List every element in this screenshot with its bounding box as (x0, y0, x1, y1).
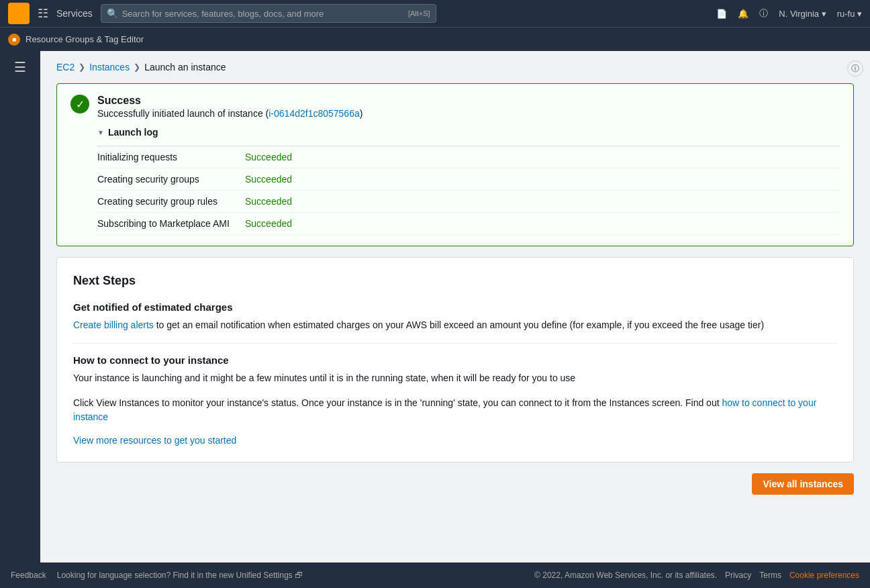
log-row-2: Creating security groups Succeeded (97, 168, 840, 191)
next-steps-card: Next Steps Get notified of estimated cha… (56, 257, 854, 462)
search-input[interactable] (122, 9, 404, 19)
success-text: Success Successfully initiated launch of… (97, 95, 362, 119)
billing-section-body: Create billing alerts to get an email no… (73, 318, 837, 332)
success-check-icon: ✓ (70, 95, 89, 113)
nav-right: 📄 🔔 ⓘ N. Virginia ▾ ru-fu ▾ (716, 7, 862, 19)
success-subtitle-post: ) (360, 108, 363, 119)
next-steps-title: Next Steps (73, 274, 837, 288)
bell-icon[interactable]: 🔔 (738, 9, 748, 19)
breadcrumb-instances[interactable]: Instances (89, 62, 130, 72)
grid-icon[interactable]: ☷ (38, 6, 48, 21)
page-info-icon[interactable]: ⓘ (847, 60, 863, 77)
breadcrumb-ec2[interactable]: EC2 (56, 62, 75, 72)
footer-links: © 2022, Amazon Web Services, Inc. or its… (534, 571, 859, 580)
success-title: Success (97, 95, 362, 107)
billing-body-text: to get an email notification when estima… (154, 320, 764, 330)
log-status-4: Succeeded (245, 218, 840, 229)
unified-settings-link[interactable]: Unified Settings (236, 571, 293, 580)
user-menu[interactable]: ru-fu ▾ (837, 9, 862, 19)
log-label-1: Initializing requests (97, 152, 245, 162)
region-selector[interactable]: N. Virginia ▾ (779, 9, 826, 19)
services-nav-label[interactable]: Services (56, 8, 93, 19)
search-icon: 🔍 (107, 8, 118, 19)
connect-body-pre: Click View Instances to monitor your ins… (73, 397, 722, 408)
top-navigation: ☯ ☷ Services 🔍 [Alt+S] 📄 🔔 ⓘ N. Virginia… (0, 0, 870, 27)
view-more-resources-link[interactable]: View more resources to get you started (73, 435, 236, 446)
log-label-3: Creating security group rules (97, 196, 245, 207)
launch-log-toggle-icon: ▼ (97, 129, 104, 136)
breadcrumb-sep-1: ❯ (79, 62, 85, 72)
footer: Feedback Looking for language selection?… (0, 562, 870, 588)
section-divider (73, 343, 837, 344)
success-subtitle: Successfully initiated launch of instanc… (97, 108, 362, 119)
language-text: Looking for language selection? Find it … (57, 571, 303, 580)
log-status-2: Succeeded (245, 174, 840, 185)
log-label-2: Creating security groups (97, 174, 245, 185)
terms-link[interactable]: Terms (759, 571, 781, 580)
success-header: ✓ Success Successfully initiated launch … (70, 95, 840, 119)
view-all-instances-container: View all instances (56, 473, 854, 505)
resource-groups-icon: ■ (8, 34, 20, 46)
billing-section: Get notified of estimated charges Create… (73, 301, 837, 332)
connect-section: How to connect to your instance Your ins… (73, 354, 837, 424)
create-billing-alerts-link[interactable]: Create billing alerts (73, 320, 154, 330)
success-banner: ✓ Success Successfully initiated launch … (56, 83, 854, 246)
launch-log: ▼ Launch log Initializing requests Succe… (97, 127, 840, 235)
log-row-3: Creating security group rules Succeeded (97, 191, 840, 213)
connect-section-title: How to connect to your instance (73, 354, 837, 366)
log-status-3: Succeeded (245, 196, 840, 207)
log-label-4: Subscribing to Marketplace AMI (97, 218, 245, 229)
sidebar-menu-icon[interactable]: ☰ (14, 59, 26, 75)
search-bar[interactable]: 🔍 [Alt+S] (101, 4, 436, 23)
connect-body-2: Click View Instances to monitor your ins… (73, 396, 837, 424)
breadcrumb: EC2 ❯ Instances ❯ Launch an instance (56, 62, 854, 72)
privacy-link[interactable]: Privacy (725, 571, 751, 580)
copyright-text: © 2022, Amazon Web Services, Inc. or its… (534, 571, 717, 580)
search-shortcut: [Alt+S] (408, 9, 430, 17)
success-subtitle-pre: Successfully initiated launch of instanc… (97, 108, 269, 119)
launch-log-label: Launch log (108, 127, 158, 138)
resource-groups-label[interactable]: Resource Groups & Tag Editor (26, 34, 144, 44)
cookie-preferences-link[interactable]: Cookie preferences (789, 571, 859, 580)
help-icon[interactable]: ⓘ (759, 7, 768, 19)
aws-logo: ☯ (8, 3, 30, 24)
billing-section-title: Get notified of estimated charges (73, 301, 837, 313)
breadcrumb-current: Launch an instance (144, 62, 226, 72)
launch-log-header[interactable]: ▼ Launch log (97, 127, 840, 138)
log-row-1: Initializing requests Succeeded (97, 146, 840, 168)
sidebar: ☰ (0, 51, 40, 588)
connect-body-1: Your instance is launching and it might … (73, 371, 837, 385)
log-status-1: Succeeded (245, 152, 840, 162)
log-row-4: Subscribing to Marketplace AMI Succeeded (97, 213, 840, 235)
feedback-link[interactable]: Feedback (11, 571, 46, 580)
resource-groups-bar: ■ Resource Groups & Tag Editor (0, 27, 870, 51)
breadcrumb-sep-2: ❯ (134, 62, 140, 72)
main-content: EC2 ❯ Instances ❯ Launch an instance ✓ S… (40, 51, 870, 588)
terminal-icon[interactable]: 📄 (716, 9, 727, 19)
instance-id-link[interactable]: i-0614d2f1c8057566a (269, 108, 359, 119)
view-all-instances-button[interactable]: View all instances (752, 473, 854, 495)
launch-log-table: Initializing requests Succeeded Creating… (97, 146, 840, 235)
